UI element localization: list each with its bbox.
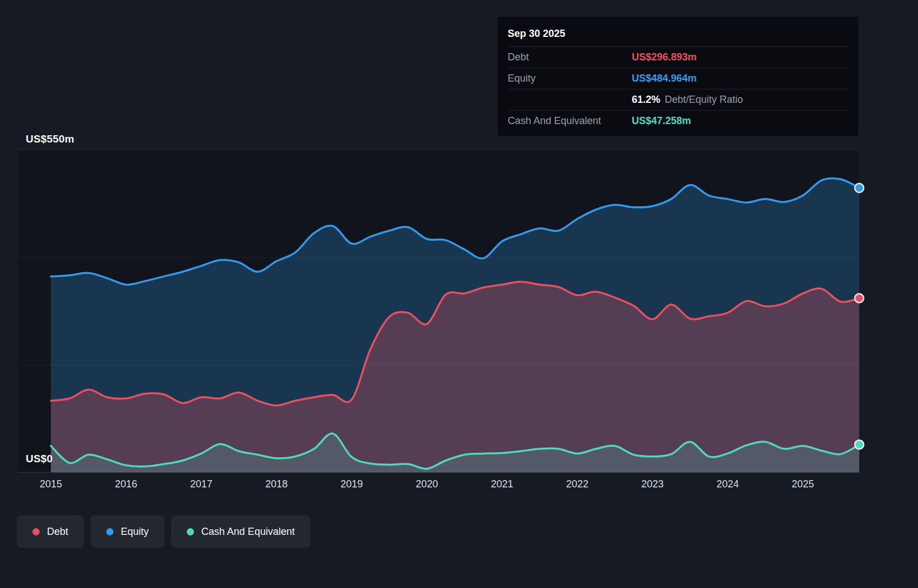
cash-legend-dot-icon [187,528,194,535]
chart-tooltip: Sep 30 2025 Debt US$296.893m Equity US$4… [498,17,858,136]
x-axis-tick-2019: 2019 [340,478,363,490]
tooltip-ratio-text: 61.2%Debt/Equity Ratio [632,94,743,106]
legend-item-equity[interactable]: Equity [91,515,164,548]
legend-item-debt-label: Debt [47,526,68,538]
tooltip-equity-label: Equity [508,73,632,84]
tooltip-cash-value: US$47.258m [632,115,691,127]
x-axis-tick-2017: 2017 [190,478,212,490]
x-axis-tick-2020: 2020 [415,478,438,490]
tooltip-ratio-row: 61.2%Debt/Equity Ratio [508,89,848,111]
x-axis-tick-2021: 2021 [491,478,513,490]
x-axis: 2015201620172018201920202021202220232024… [0,478,918,495]
x-axis-tick-2015: 2015 [40,478,62,490]
cash-and-equivalent-end-marker [855,440,864,449]
legend-item-cash-label: Cash And Equivalent [201,526,295,538]
chart-legend: Debt Equity Cash And Equivalent [17,515,310,548]
balance-sheet-chart-page: US$550m US$0 201520162017201820192020202… [0,0,918,588]
x-axis-tick-2023: 2023 [641,478,664,490]
tooltip-equity-value: US$484.964m [632,73,697,84]
debt-end-marker [855,294,864,303]
tooltip-debt-value: US$296.893m [632,51,697,63]
tooltip-ratio-value: 61.2% [632,94,660,105]
debt-legend-dot-icon [32,528,40,535]
x-axis-tick-2022: 2022 [566,478,588,490]
tooltip-cash-row: Cash And Equivalent US$47.258m [508,111,848,131]
y-axis-label-top: US$550m [26,133,74,145]
tooltip-ratio-label: Debt/Equity Ratio [665,94,743,105]
legend-item-debt[interactable]: Debt [17,515,84,548]
x-axis-tick-2024: 2024 [716,478,739,490]
y-axis-label-bottom: US$0 [26,453,53,465]
x-axis-tick-2018: 2018 [265,478,287,490]
x-axis-tick-2016: 2016 [115,478,137,490]
tooltip-equity-row: Equity US$484.964m [508,68,848,89]
tooltip-cash-label: Cash And Equivalent [508,115,632,127]
legend-item-equity-label: Equity [121,526,149,538]
equity-end-marker [855,183,864,192]
tooltip-debt-row: Debt US$296.893m [508,47,848,68]
x-axis-tick-2025: 2025 [792,478,814,490]
equity-legend-dot-icon [106,528,113,535]
tooltip-date: Sep 30 2025 [508,23,848,47]
legend-item-cash[interactable]: Cash And Equivalent [171,515,310,548]
tooltip-debt-label: Debt [508,51,632,63]
